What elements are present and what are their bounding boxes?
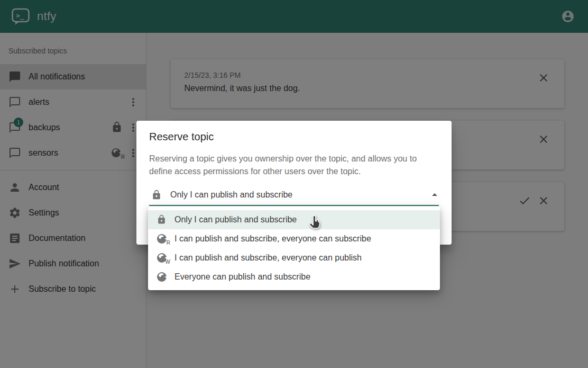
menu-option-only-me[interactable]: Only I can publish and subscribe — [148, 210, 440, 229]
globe-icon — [157, 272, 168, 282]
dialog-title: Reserve topic — [149, 130, 439, 143]
option-label: Only I can publish and subscribe — [174, 215, 297, 225]
option-label: I can publish and subscribe, everyone ca… — [174, 234, 371, 244]
cursor-pointer-icon — [309, 215, 320, 230]
select-value: Only I can publish and subscribe — [170, 190, 292, 200]
option-label: Everyone can publish and subscribe — [174, 272, 310, 282]
option-label: I can publish and subscribe, everyone ca… — [174, 253, 362, 263]
access-permission-select[interactable]: Only I can publish and subscribe — [149, 185, 439, 206]
menu-option-everyone-write[interactable]: W I can publish and subscribe, everyone … — [148, 248, 440, 267]
dialog-description: Reserving a topic gives you ownership ov… — [149, 152, 436, 178]
lock-icon — [157, 214, 168, 225]
arrow-drop-up-icon — [428, 189, 441, 201]
globe-read-icon: R — [157, 234, 168, 244]
menu-option-everyone[interactable]: Everyone can publish and subscribe — [148, 267, 440, 286]
menu-option-everyone-read[interactable]: R I can publish and subscribe, everyone … — [148, 229, 440, 248]
globe-write-icon: W — [157, 253, 168, 263]
lock-icon — [151, 190, 162, 200]
access-permission-menu: Only I can publish and subscribe R I can… — [148, 207, 440, 290]
ntfy-app: >_ ntfy Subscribed topics All notificati… — [0, 0, 588, 368]
